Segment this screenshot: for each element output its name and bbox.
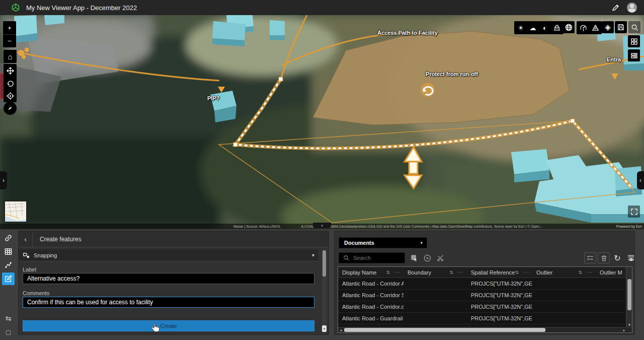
scrollbar-thumb[interactable] bbox=[344, 328, 545, 332]
cell-outlier-m bbox=[596, 290, 626, 301]
link-icon bbox=[5, 234, 12, 242]
column-header[interactable]: Outlier ⇅ ··· bbox=[532, 267, 596, 278]
scissors-button[interactable] bbox=[434, 252, 446, 263]
attribution-left: Maxar | Source: Airbus,USGS, bbox=[233, 225, 281, 228]
column-header[interactable]: Boundary ⇅ ··· bbox=[404, 267, 467, 278]
home-icon: ⌂ bbox=[8, 52, 12, 61]
shadow-button[interactable]: ◐ bbox=[539, 22, 551, 34]
column-menu-icon[interactable]: ··· bbox=[394, 269, 400, 275]
line-of-sight-button[interactable] bbox=[2, 259, 15, 271]
link-tool-button[interactable] bbox=[2, 232, 15, 244]
documents-search-input[interactable] bbox=[352, 254, 400, 261]
column-header[interactable]: Outlier M ⇅ ··· bbox=[596, 267, 626, 278]
pan-button[interactable] bbox=[4, 64, 17, 77]
left-panel-tab[interactable]: › bbox=[0, 171, 7, 189]
home-button[interactable]: ⌂ bbox=[4, 50, 17, 63]
sort-icon[interactable]: ⇅ bbox=[386, 270, 390, 275]
back-button[interactable]: ‹ bbox=[19, 231, 33, 247]
sort-icon[interactable]: ⇅ bbox=[578, 270, 582, 275]
zoom-out-button[interactable]: − bbox=[3, 34, 16, 47]
building-icon bbox=[553, 24, 560, 31]
weather-button[interactable]: ☁ bbox=[527, 22, 539, 34]
cell-outlier-m bbox=[596, 313, 626, 324]
locate-button[interactable] bbox=[4, 89, 17, 102]
right-panel-tab[interactable]: ‹ bbox=[637, 171, 644, 189]
caret-down-icon: ▾ bbox=[324, 327, 326, 331]
create-panel-scrollbar[interactable]: ▾ bbox=[322, 249, 327, 332]
label-field-input[interactable] bbox=[23, 273, 314, 284]
scrollbar-thumb[interactable] bbox=[323, 250, 326, 277]
delete-selected-button[interactable] bbox=[598, 252, 610, 263]
building-explorer-button[interactable] bbox=[551, 22, 563, 34]
app-title: My New Viewer App - December 2022 bbox=[26, 4, 137, 12]
cell-boundary bbox=[404, 313, 467, 324]
zoom-widget: + − bbox=[3, 21, 16, 47]
measure-button[interactable] bbox=[589, 22, 601, 34]
daylight-button[interactable]: ☀ bbox=[515, 22, 527, 34]
label-runoff: Protect from run-off bbox=[412, 71, 492, 77]
refresh-button[interactable]: ↻ bbox=[611, 252, 623, 263]
scene-view[interactable]: Access Path to Facility Protect from run… bbox=[0, 15, 644, 229]
column-menu-icon[interactable]: ··· bbox=[457, 269, 464, 275]
table-row[interactable]: Atlantic Road - Corridor.dwg PROJCS["UTM… bbox=[338, 301, 626, 313]
cell-boundary bbox=[404, 301, 467, 312]
column-menu-icon[interactable]: ··· bbox=[523, 269, 529, 275]
rotate-button[interactable] bbox=[4, 77, 17, 90]
swap-tool-button[interactable]: ⇆ bbox=[2, 312, 15, 324]
table-row[interactable]: Atlantic Road - Corridor Al... PROJCS["U… bbox=[338, 278, 626, 290]
show-selection-button[interactable] bbox=[584, 252, 596, 263]
minus-icon: − bbox=[8, 37, 12, 45]
select-rect-button[interactable]: □ bbox=[2, 326, 15, 338]
edit-tool-button[interactable] bbox=[2, 273, 15, 285]
grid-icon bbox=[631, 38, 637, 45]
edit-pencil-icon bbox=[5, 275, 12, 283]
cell-outlier bbox=[532, 301, 596, 312]
plus-icon: + bbox=[8, 24, 12, 32]
zoom-to-selection-button[interactable] bbox=[408, 252, 420, 263]
basemap-button[interactable] bbox=[562, 21, 575, 33]
scroll-left-arrow[interactable]: ◂ bbox=[338, 327, 344, 333]
caret-right-icon: ▸ bbox=[623, 328, 625, 332]
legend-button[interactable] bbox=[628, 49, 640, 61]
layers-button[interactable]: ◈ bbox=[602, 21, 614, 33]
snapping-dropdown[interactable]: Snapping ▾ bbox=[19, 249, 318, 261]
hide-empty-fields-button[interactable] bbox=[625, 252, 637, 263]
comments-field-input[interactable] bbox=[23, 297, 314, 308]
table-tool-button[interactable] bbox=[2, 245, 15, 258]
search-icon bbox=[631, 24, 638, 31]
search-button[interactable] bbox=[628, 21, 640, 33]
rotate-handle[interactable] bbox=[421, 83, 435, 97]
play-button[interactable] bbox=[421, 252, 433, 263]
cell-display-name: Atlantic Road - Corridor Al... bbox=[338, 278, 404, 289]
attribution-collapse-tab[interactable]: ∨ bbox=[313, 223, 331, 228]
table-grid-icon bbox=[5, 248, 12, 255]
column-header[interactable]: Spatial Reference ⇅ ··· bbox=[467, 267, 532, 278]
edit-app-button[interactable] bbox=[609, 1, 622, 14]
caret-down-icon: ▾ bbox=[420, 240, 423, 245]
save-button[interactable] bbox=[615, 21, 627, 33]
fullscreen-button[interactable] bbox=[628, 206, 640, 218]
documents-select[interactable]: Documents ▾ bbox=[339, 237, 427, 248]
create-button[interactable]: Create bbox=[23, 320, 314, 331]
table-row[interactable]: Atlantic Road - Guardrail.d... PROJCS["U… bbox=[338, 313, 626, 324]
apps-grid-button[interactable] bbox=[628, 35, 640, 47]
overview-map[interactable] bbox=[4, 200, 27, 223]
scrollbar-thumb[interactable] bbox=[627, 279, 631, 310]
cell-spatial-reference: PROJCS["UTM-32N",GEO... bbox=[467, 278, 532, 289]
zoom-in-button[interactable]: + bbox=[3, 21, 16, 34]
compass-button[interactable] bbox=[4, 102, 17, 115]
caret-down-icon: ▾ bbox=[628, 323, 630, 327]
scrollbar-down-arrow[interactable]: ▾ bbox=[322, 325, 327, 332]
cell-boundary bbox=[404, 278, 467, 289]
sort-icon[interactable]: ⇅ bbox=[449, 270, 453, 275]
slice-button[interactable] bbox=[577, 22, 589, 34]
cell-outlier-m bbox=[596, 278, 626, 289]
table-horizontal-scrollbar[interactable]: ◂ ▸ bbox=[338, 327, 632, 332]
column-header[interactable]: Display Name ⇅ ··· bbox=[338, 267, 404, 278]
sort-icon[interactable]: ⇅ bbox=[515, 270, 519, 275]
column-menu-icon[interactable]: ··· bbox=[586, 269, 593, 275]
table-vertical-scrollbar[interactable]: ▾ bbox=[626, 267, 632, 328]
user-avatar[interactable] bbox=[627, 3, 637, 13]
scroll-right-arrow[interactable]: ▸ bbox=[621, 327, 627, 333]
table-row[interactable]: Atlantic Road - Corridor S... PROJCS["UT… bbox=[338, 290, 626, 301]
